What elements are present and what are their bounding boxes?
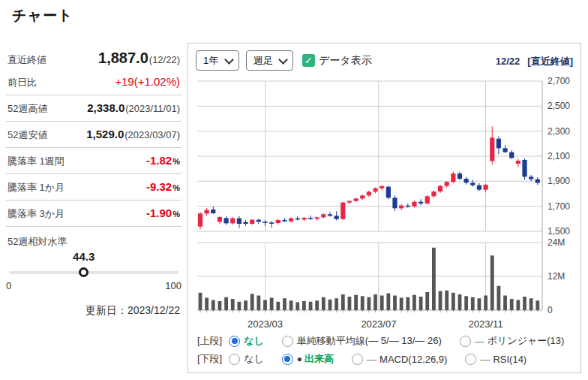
slider-knob[interactable] xyxy=(79,267,88,277)
relative-level-slider[interactable] xyxy=(9,267,178,278)
stat-row-latest-close: 直近終値1,887.0(12/22) xyxy=(6,44,182,69)
page-title: チャート xyxy=(12,6,73,26)
radio-lower-macd[interactable]: —MACD(12,26,9) xyxy=(352,354,447,365)
radio-icon[interactable] xyxy=(282,354,293,365)
line-swatch-icon: — xyxy=(480,354,490,365)
legend-label: なし xyxy=(244,352,264,366)
radio-overlay-none[interactable]: なし xyxy=(229,334,264,348)
stat-label: 前日比 xyxy=(8,76,37,89)
legend-prefix: [上段] xyxy=(197,334,222,348)
volume-bar xyxy=(231,299,235,310)
radio-icon[interactable] xyxy=(465,354,476,365)
volume-layer xyxy=(199,248,540,310)
radio-lower-none[interactable]: なし xyxy=(229,352,264,366)
radio-icon[interactable] xyxy=(229,336,240,347)
volume-bar xyxy=(445,291,448,310)
candles-layer xyxy=(198,126,540,229)
candle xyxy=(536,179,540,183)
price-axis-tick: 1,500 xyxy=(548,226,570,237)
stat-label: 騰落率 1か月 xyxy=(8,181,64,195)
volume-bar xyxy=(341,294,345,310)
candle xyxy=(296,219,300,220)
volume-bar xyxy=(250,294,254,310)
price-volume-chart: 2,7002,5002,3002,1001,9001,7001,50024M12… xyxy=(188,44,580,332)
volume-bar xyxy=(380,296,384,311)
volume-bar xyxy=(464,296,468,310)
volume-bar xyxy=(322,297,326,310)
candle xyxy=(509,152,514,158)
legend-label: MACD(12,26,9) xyxy=(380,354,447,365)
x-axis-tick: 2023/07 xyxy=(361,318,396,330)
volume-bar xyxy=(218,301,222,310)
volume-bar xyxy=(290,300,293,310)
candle xyxy=(516,161,520,164)
candle xyxy=(412,202,416,207)
volume-bar xyxy=(334,298,338,310)
stat-row-change-1w: 騰落率 1週間-1.82% xyxy=(6,148,182,174)
volume-bar xyxy=(270,298,274,311)
stat-value: 1,529.0(2023/03/07) xyxy=(86,128,180,140)
price-axis-tick: 2,500 xyxy=(548,101,570,111)
volume-bar xyxy=(238,302,242,310)
legend-label: ボリンジャー(13) xyxy=(488,334,565,348)
volume-bar xyxy=(374,294,377,310)
line-swatch-icon: — xyxy=(367,354,376,365)
stat-row-52w-high: 52週高値2,338.0(2023/11/01) xyxy=(6,95,182,122)
candle xyxy=(522,160,526,176)
volume-bar xyxy=(516,300,520,311)
candle xyxy=(406,206,410,207)
volume-bar xyxy=(471,297,475,310)
bullet-icon: ● xyxy=(297,354,302,364)
radio-icon[interactable] xyxy=(282,336,293,347)
relative-level-label: 52週相対水準 xyxy=(6,227,182,249)
radio-icon[interactable] xyxy=(352,354,363,365)
volume-bar xyxy=(400,298,404,311)
volume-bar xyxy=(212,300,215,311)
radio-icon[interactable] xyxy=(229,354,240,365)
candle xyxy=(360,195,364,198)
volume-bar xyxy=(283,298,286,310)
radio-lower-rsi[interactable]: —RSI(14) xyxy=(465,354,526,365)
radio-lower-volume[interactable]: ●出来高 xyxy=(282,352,334,366)
stat-row-day-change: 前日比+19(+1.02%) xyxy=(6,69,182,95)
candle xyxy=(502,148,507,152)
slider-min: 0 xyxy=(6,280,11,291)
candle xyxy=(198,213,202,226)
volume-bar xyxy=(452,293,455,310)
candle xyxy=(334,216,339,219)
candle xyxy=(262,222,267,223)
volume-bar xyxy=(328,300,332,310)
price-axis-tick: 1,900 xyxy=(548,176,570,186)
price-axis-tick: 2,700 xyxy=(548,76,570,86)
legend-label: RSI(14) xyxy=(493,354,526,365)
volume-bar xyxy=(439,291,442,311)
volume-bar xyxy=(425,292,429,310)
volume-bar xyxy=(256,296,260,311)
stat-value: -9.32% xyxy=(146,180,180,193)
chart-panel: 1年 週足 ✓ データ表示 12/22[直近終値] 2,7002,5002,30… xyxy=(188,43,581,373)
candle xyxy=(367,192,371,195)
candle xyxy=(321,214,326,217)
stat-row-52w-low: 52週安値1,529.0(2023/03/07) xyxy=(6,122,182,148)
radio-overlay-sma[interactable]: 単純移動平均線(— 5/— 13/— 26) xyxy=(282,334,442,348)
radio-overlay-bollinger[interactable]: —ボリンジャー(13) xyxy=(460,334,565,348)
candle xyxy=(340,203,345,219)
candle xyxy=(529,176,533,179)
volume-bar xyxy=(497,286,501,310)
volume-bar xyxy=(368,297,371,310)
volume-bar xyxy=(315,300,319,310)
volume-bar xyxy=(412,295,416,310)
candle xyxy=(386,187,391,198)
candle xyxy=(347,201,352,203)
stat-value: 2,338.0(2023/11/01) xyxy=(87,101,180,114)
volume-bar xyxy=(276,302,280,310)
volume-bar xyxy=(224,297,228,310)
candle xyxy=(464,179,469,182)
candle xyxy=(380,186,384,188)
volume-bar xyxy=(490,255,494,310)
radio-icon[interactable] xyxy=(460,336,471,347)
stat-value: -1.90% xyxy=(146,207,180,219)
volume-bar xyxy=(406,297,410,310)
x-axis-tick: 2023/03 xyxy=(248,318,283,330)
candle xyxy=(308,218,313,219)
